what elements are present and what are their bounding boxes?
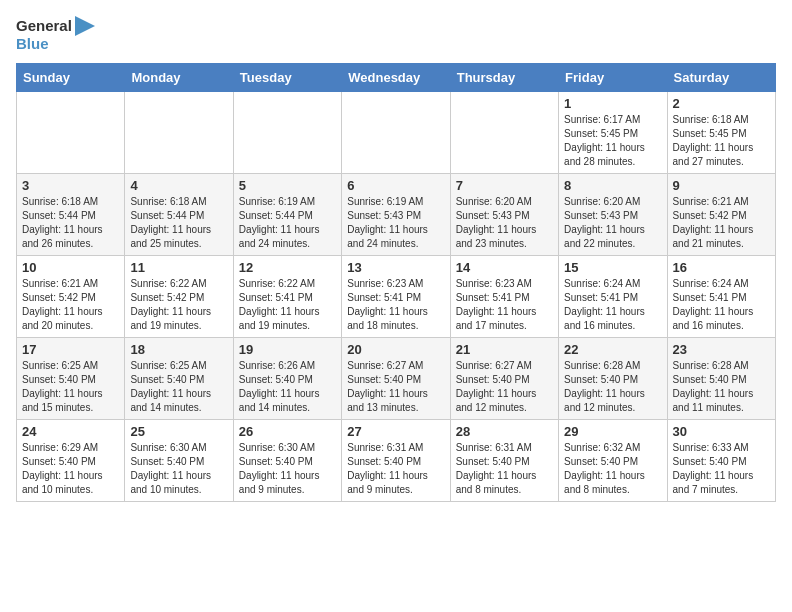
calendar-cell: 25Sunrise: 6:30 AM Sunset: 5:40 PM Dayli… (125, 419, 233, 501)
calendar-cell: 3Sunrise: 6:18 AM Sunset: 5:44 PM Daylig… (17, 173, 125, 255)
day-number: 28 (456, 424, 553, 439)
day-number: 18 (130, 342, 227, 357)
day-number: 13 (347, 260, 444, 275)
day-number: 16 (673, 260, 770, 275)
day-info: Sunrise: 6:31 AM Sunset: 5:40 PM Dayligh… (456, 441, 553, 497)
calendar-cell (17, 91, 125, 173)
day-info: Sunrise: 6:30 AM Sunset: 5:40 PM Dayligh… (130, 441, 227, 497)
day-info: Sunrise: 6:27 AM Sunset: 5:40 PM Dayligh… (347, 359, 444, 415)
calendar-cell (450, 91, 558, 173)
weekday-header-row: SundayMondayTuesdayWednesdayThursdayFrid… (17, 63, 776, 91)
day-number: 30 (673, 424, 770, 439)
calendar-cell: 7Sunrise: 6:20 AM Sunset: 5:43 PM Daylig… (450, 173, 558, 255)
day-number: 4 (130, 178, 227, 193)
day-info: Sunrise: 6:24 AM Sunset: 5:41 PM Dayligh… (564, 277, 661, 333)
calendar-cell: 10Sunrise: 6:21 AM Sunset: 5:42 PM Dayli… (17, 255, 125, 337)
calendar-cell: 16Sunrise: 6:24 AM Sunset: 5:41 PM Dayli… (667, 255, 775, 337)
day-number: 11 (130, 260, 227, 275)
day-info: Sunrise: 6:28 AM Sunset: 5:40 PM Dayligh… (564, 359, 661, 415)
day-info: Sunrise: 6:20 AM Sunset: 5:43 PM Dayligh… (456, 195, 553, 251)
calendar-table: SundayMondayTuesdayWednesdayThursdayFrid… (16, 63, 776, 502)
day-info: Sunrise: 6:27 AM Sunset: 5:40 PM Dayligh… (456, 359, 553, 415)
calendar-cell: 21Sunrise: 6:27 AM Sunset: 5:40 PM Dayli… (450, 337, 558, 419)
day-number: 19 (239, 342, 336, 357)
day-number: 10 (22, 260, 119, 275)
logo-blue-text: Blue (16, 36, 95, 53)
day-number: 20 (347, 342, 444, 357)
day-info: Sunrise: 6:23 AM Sunset: 5:41 PM Dayligh… (347, 277, 444, 333)
calendar-cell: 1Sunrise: 6:17 AM Sunset: 5:45 PM Daylig… (559, 91, 667, 173)
day-number: 5 (239, 178, 336, 193)
day-number: 6 (347, 178, 444, 193)
day-info: Sunrise: 6:22 AM Sunset: 5:41 PM Dayligh… (239, 277, 336, 333)
header: General Blue (16, 16, 776, 53)
calendar-cell: 5Sunrise: 6:19 AM Sunset: 5:44 PM Daylig… (233, 173, 341, 255)
day-number: 17 (22, 342, 119, 357)
calendar-cell: 23Sunrise: 6:28 AM Sunset: 5:40 PM Dayli… (667, 337, 775, 419)
day-info: Sunrise: 6:17 AM Sunset: 5:45 PM Dayligh… (564, 113, 661, 169)
day-info: Sunrise: 6:22 AM Sunset: 5:42 PM Dayligh… (130, 277, 227, 333)
calendar-cell: 22Sunrise: 6:28 AM Sunset: 5:40 PM Dayli… (559, 337, 667, 419)
day-number: 21 (456, 342, 553, 357)
calendar-week-row: 10Sunrise: 6:21 AM Sunset: 5:42 PM Dayli… (17, 255, 776, 337)
day-number: 1 (564, 96, 661, 111)
day-number: 15 (564, 260, 661, 275)
calendar-cell: 28Sunrise: 6:31 AM Sunset: 5:40 PM Dayli… (450, 419, 558, 501)
day-info: Sunrise: 6:19 AM Sunset: 5:44 PM Dayligh… (239, 195, 336, 251)
calendar-cell: 4Sunrise: 6:18 AM Sunset: 5:44 PM Daylig… (125, 173, 233, 255)
calendar-cell: 8Sunrise: 6:20 AM Sunset: 5:43 PM Daylig… (559, 173, 667, 255)
logo-graphic: General Blue (16, 16, 95, 53)
logo-arrow-icon (75, 16, 95, 36)
weekday-header-monday: Monday (125, 63, 233, 91)
day-info: Sunrise: 6:23 AM Sunset: 5:41 PM Dayligh… (456, 277, 553, 333)
calendar-cell: 24Sunrise: 6:29 AM Sunset: 5:40 PM Dayli… (17, 419, 125, 501)
day-info: Sunrise: 6:18 AM Sunset: 5:45 PM Dayligh… (673, 113, 770, 169)
day-info: Sunrise: 6:31 AM Sunset: 5:40 PM Dayligh… (347, 441, 444, 497)
day-number: 25 (130, 424, 227, 439)
calendar-cell: 2Sunrise: 6:18 AM Sunset: 5:45 PM Daylig… (667, 91, 775, 173)
weekday-header-wednesday: Wednesday (342, 63, 450, 91)
day-number: 7 (456, 178, 553, 193)
calendar-cell: 30Sunrise: 6:33 AM Sunset: 5:40 PM Dayli… (667, 419, 775, 501)
day-info: Sunrise: 6:24 AM Sunset: 5:41 PM Dayligh… (673, 277, 770, 333)
calendar-cell: 17Sunrise: 6:25 AM Sunset: 5:40 PM Dayli… (17, 337, 125, 419)
day-info: Sunrise: 6:18 AM Sunset: 5:44 PM Dayligh… (130, 195, 227, 251)
calendar-cell: 27Sunrise: 6:31 AM Sunset: 5:40 PM Dayli… (342, 419, 450, 501)
day-number: 9 (673, 178, 770, 193)
calendar-cell (125, 91, 233, 173)
calendar-cell (233, 91, 341, 173)
day-info: Sunrise: 6:18 AM Sunset: 5:44 PM Dayligh… (22, 195, 119, 251)
day-number: 26 (239, 424, 336, 439)
calendar-cell: 11Sunrise: 6:22 AM Sunset: 5:42 PM Dayli… (125, 255, 233, 337)
day-number: 12 (239, 260, 336, 275)
calendar-week-row: 24Sunrise: 6:29 AM Sunset: 5:40 PM Dayli… (17, 419, 776, 501)
day-info: Sunrise: 6:30 AM Sunset: 5:40 PM Dayligh… (239, 441, 336, 497)
calendar-cell (342, 91, 450, 173)
calendar-cell: 13Sunrise: 6:23 AM Sunset: 5:41 PM Dayli… (342, 255, 450, 337)
day-number: 27 (347, 424, 444, 439)
day-number: 8 (564, 178, 661, 193)
calendar-cell: 29Sunrise: 6:32 AM Sunset: 5:40 PM Dayli… (559, 419, 667, 501)
day-info: Sunrise: 6:25 AM Sunset: 5:40 PM Dayligh… (130, 359, 227, 415)
calendar-cell: 18Sunrise: 6:25 AM Sunset: 5:40 PM Dayli… (125, 337, 233, 419)
logo-general-text: General (16, 18, 72, 35)
weekday-header-tuesday: Tuesday (233, 63, 341, 91)
day-number: 14 (456, 260, 553, 275)
calendar-week-row: 17Sunrise: 6:25 AM Sunset: 5:40 PM Dayli… (17, 337, 776, 419)
calendar-week-row: 1Sunrise: 6:17 AM Sunset: 5:45 PM Daylig… (17, 91, 776, 173)
day-info: Sunrise: 6:25 AM Sunset: 5:40 PM Dayligh… (22, 359, 119, 415)
day-number: 3 (22, 178, 119, 193)
calendar-header: SundayMondayTuesdayWednesdayThursdayFrid… (17, 63, 776, 91)
day-number: 24 (22, 424, 119, 439)
calendar-cell: 15Sunrise: 6:24 AM Sunset: 5:41 PM Dayli… (559, 255, 667, 337)
calendar-cell: 14Sunrise: 6:23 AM Sunset: 5:41 PM Dayli… (450, 255, 558, 337)
weekday-header-friday: Friday (559, 63, 667, 91)
weekday-header-saturday: Saturday (667, 63, 775, 91)
day-info: Sunrise: 6:26 AM Sunset: 5:40 PM Dayligh… (239, 359, 336, 415)
calendar-cell: 26Sunrise: 6:30 AM Sunset: 5:40 PM Dayli… (233, 419, 341, 501)
weekday-header-sunday: Sunday (17, 63, 125, 91)
day-info: Sunrise: 6:19 AM Sunset: 5:43 PM Dayligh… (347, 195, 444, 251)
svg-marker-0 (75, 16, 95, 36)
day-number: 29 (564, 424, 661, 439)
day-info: Sunrise: 6:20 AM Sunset: 5:43 PM Dayligh… (564, 195, 661, 251)
